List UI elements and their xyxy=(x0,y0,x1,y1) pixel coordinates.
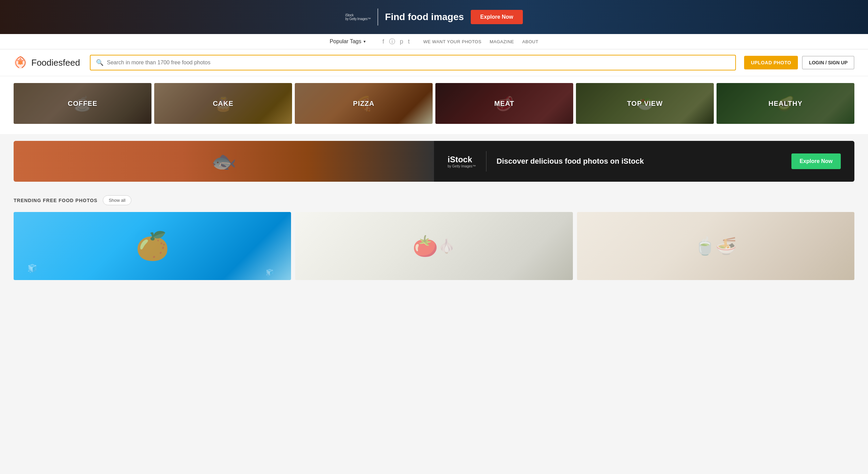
nav-links: WE WANT YOUR PHOTOS MAGAZINE ABOUT xyxy=(423,39,539,44)
search-bar[interactable]: 🔍 xyxy=(90,55,736,70)
hero-divider xyxy=(377,9,378,26)
trending-photo-3[interactable]: 🍵 🍜 xyxy=(577,212,854,280)
banner-brand-name: iStock xyxy=(448,155,476,164)
popular-tags-label: Popular Tags xyxy=(329,38,361,45)
trending-photo-2[interactable]: 🍅 🧄 xyxy=(295,212,573,280)
trending-photo-1[interactable]: 🍊 🧊 🧊 xyxy=(14,212,291,280)
category-card-healthy[interactable]: 🥑 HEALTHY xyxy=(717,83,854,124)
category-label-top-view: TOP VIEW xyxy=(627,100,663,108)
hero-tagline: Find food images xyxy=(385,12,464,22)
trending-section: TRENDING FREE FOOD PHOTOS Show all 🍊 🧊 🧊… xyxy=(0,189,868,290)
logo-area: Foodiesfeed xyxy=(14,56,82,69)
social-icons: f ⓘ p t xyxy=(383,37,410,46)
banner-istock-logo: iStock by Getty Images™ xyxy=(448,155,476,168)
nav-we-want-photos[interactable]: WE WANT YOUR PHOTOS xyxy=(423,39,482,44)
nav-about[interactable]: ABOUT xyxy=(522,39,538,44)
category-label-pizza: PIZZA xyxy=(353,100,374,108)
svg-point-1 xyxy=(18,61,22,65)
category-label-cake: CAKE xyxy=(213,100,234,108)
category-card-coffee[interactable]: ☕ COFFEE xyxy=(14,83,151,124)
twitter-icon[interactable]: t xyxy=(408,38,410,45)
search-input[interactable] xyxy=(107,60,730,66)
facebook-icon[interactable]: f xyxy=(383,38,384,45)
category-card-cake[interactable]: 🎂 CAKE xyxy=(154,83,292,124)
banner-divider xyxy=(486,151,486,171)
trending-title: TRENDING FREE FOOD PHOTOS xyxy=(14,198,97,203)
show-all-button[interactable]: Show all xyxy=(103,195,131,205)
photo-grid: 🍊 🧊 🧊 🍅 🧄 🍵 🍜 xyxy=(14,212,854,280)
category-card-top-view[interactable]: 🥗 TOP VIEW xyxy=(576,83,714,124)
banner-description: Discover delicious food photos on iStock xyxy=(497,157,781,166)
hero-cta-button[interactable]: Explore Now xyxy=(471,10,523,24)
foodiesfeed-logo-icon xyxy=(14,56,27,69)
category-label-healthy: HEALTHY xyxy=(769,100,803,108)
hero-banner: iStock by Getty Images™ Find food images… xyxy=(0,0,868,34)
popular-tags-dropdown[interactable]: Popular Tags xyxy=(329,38,365,45)
top-nav: Popular Tags f ⓘ p t WE WANT YOUR PHOTOS… xyxy=(0,34,868,49)
category-section: ☕ COFFEE 🎂 CAKE 🍕 PIZZA 🥩 xyxy=(0,76,868,134)
banner-left-image: 🐟 xyxy=(14,141,434,182)
search-icon: 🔍 xyxy=(96,59,103,66)
category-card-meat[interactable]: 🥩 MEAT xyxy=(435,83,573,124)
category-label-meat: MEAT xyxy=(494,100,514,108)
istock-logo: iStock by Getty Images™ xyxy=(345,13,371,21)
category-grid: ☕ COFFEE 🎂 CAKE 🍕 PIZZA 🥩 xyxy=(14,83,854,124)
istock-brand: iStock xyxy=(345,13,371,17)
banner-right-content: iStock by Getty Images™ Discover delicio… xyxy=(434,141,854,182)
category-label-coffee: COFFEE xyxy=(68,100,97,108)
instagram-icon[interactable]: ⓘ xyxy=(389,37,395,46)
header-actions: UPLOAD PHOTO LOGIN / SIGN UP xyxy=(744,56,854,69)
category-card-pizza[interactable]: 🍕 PIZZA xyxy=(295,83,433,124)
istock-sub: by Getty Images™ xyxy=(345,17,371,21)
login-signup-button[interactable]: LOGIN / SIGN UP xyxy=(802,56,854,69)
trending-header: TRENDING FREE FOOD PHOTOS Show all xyxy=(14,195,854,205)
banner-explore-button[interactable]: Explore Now xyxy=(791,153,841,169)
site-name: Foodiesfeed xyxy=(31,58,80,68)
pinterest-icon[interactable]: p xyxy=(400,38,403,45)
istock-promo-banner[interactable]: 🐟 iStock by Getty Images™ Discover delic… xyxy=(14,141,854,182)
upload-photo-button[interactable]: UPLOAD PHOTO xyxy=(744,56,798,69)
main-header: Foodiesfeed 🔍 UPLOAD PHOTO LOGIN / SIGN … xyxy=(0,49,868,76)
nav-magazine[interactable]: MAGAZINE xyxy=(489,39,514,44)
banner-brand-sub: by Getty Images™ xyxy=(448,164,476,168)
